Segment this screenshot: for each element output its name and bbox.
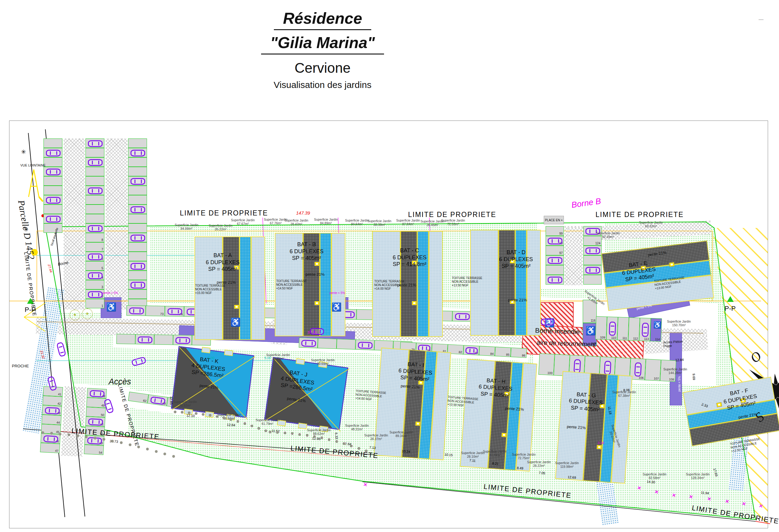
- parking-stall: [44, 214, 62, 223]
- title-residence: Résidence: [274, 9, 371, 30]
- stall-number: 82: [459, 350, 462, 354]
- parking-stall: 85: [495, 347, 511, 357]
- garden-label-text: Superficie Jardin: [639, 221, 663, 224]
- title-cervione: Cervione: [295, 60, 351, 76]
- garden-label-text: Superficie Jardin: [368, 219, 391, 223]
- garden-label-text: Superficie Jardin: [667, 319, 691, 323]
- building-units: 6 DUPLEXES: [499, 256, 533, 263]
- stall-number: 124: [595, 242, 600, 245]
- parking-stall: 54: [84, 445, 104, 455]
- dimension-label: 8.49: [517, 466, 523, 470]
- parking-stall: [128, 148, 147, 157]
- garden-surface-label: Superficie Jardin28.38m²: [368, 219, 391, 226]
- rooflight: [669, 262, 675, 267]
- stall-number: 97: [559, 251, 563, 255]
- parking-block: 41424344454647: [40, 386, 63, 453]
- parking-stall: [128, 167, 147, 176]
- roof-terr: [429, 231, 443, 337]
- parking-stall: 109: [595, 316, 607, 340]
- parking-stall: [128, 176, 147, 186]
- plan-label: —: [759, 17, 764, 22]
- building-name: BAT - C: [393, 247, 426, 254]
- car-icon: [88, 253, 103, 260]
- garden-area-value: 128.34m²: [686, 476, 710, 480]
- parking-stall: [583, 265, 602, 275]
- garden-label-text: Superficie Jardin: [173, 400, 197, 404]
- stall-number: 84: [490, 352, 494, 356]
- path-dot: [172, 455, 175, 458]
- parking-stall: 113: [639, 318, 651, 341]
- garden-label-text: Superficie Jardin: [209, 224, 233, 227]
- garden-label-text: Superficie Jardin: [345, 219, 369, 222]
- car-icon: [46, 169, 61, 175]
- parking-block: 48495051525354: [84, 388, 107, 455]
- garden-surface-label: Superficie Jardin67.76m²: [264, 218, 288, 225]
- rooflight: [314, 262, 319, 266]
- garden-surface-label: Superficie Jardin144.28m²: [663, 367, 687, 375]
- parking-stall: [583, 275, 602, 285]
- parking-stall: [337, 339, 356, 349]
- car-icon: [548, 257, 562, 264]
- parking-stall: 110: [606, 316, 618, 340]
- garden-area-value: 150.70m²: [667, 323, 691, 327]
- garden-area-value: 48.31m²: [345, 427, 369, 431]
- car-icon: [46, 216, 61, 223]
- parking-stall: [44, 223, 62, 233]
- dimension-label: 147.39: [296, 210, 310, 216]
- car-icon: [465, 347, 478, 354]
- parking-stall: 49: [86, 398, 107, 408]
- parking-stall: [128, 289, 147, 299]
- roof-terrace-label: TOITURE TERRASSE NON ACCESSIBLE +15.00 N…: [195, 284, 226, 295]
- path-dot: [284, 431, 286, 434]
- rooflight: [234, 305, 239, 309]
- path-dot: [257, 427, 260, 430]
- parking-stall: [44, 186, 62, 195]
- building-d: BAT - D6 DUPLEXESSP = 405m²pente 21%TOIT…: [470, 230, 541, 336]
- roof-dark: [498, 230, 516, 336]
- car-icon: [586, 247, 600, 254]
- building-label: BAT - A6 DUPLEXESSP = 405m²: [206, 252, 239, 273]
- path-dot: [313, 435, 316, 438]
- garden-label-text: Superficie Jardin: [285, 219, 308, 222]
- garden-area-value: 28.38m²: [368, 223, 391, 226]
- parking-stall: [128, 271, 147, 280]
- path-dot: [298, 433, 301, 436]
- parking-stall: 47: [40, 443, 60, 453]
- parking-stall: [128, 157, 147, 167]
- garden-area-value: 89.34m²: [390, 434, 413, 438]
- garden-label-text: Superficie Jardin: [483, 450, 507, 453]
- car-icon: [642, 322, 649, 337]
- ramp-slope-label: pente < 5%: [678, 376, 681, 392]
- parking-stall: [546, 275, 564, 285]
- car-icon: [137, 336, 152, 343]
- parking-stall: 112: [628, 317, 640, 341]
- garden-label-text: Superficie Jardin: [686, 472, 710, 476]
- garden-area-value: 82.58m²: [643, 476, 666, 480]
- garden-area-value: 144.28m²: [663, 371, 687, 375]
- building-b: BAT - B6 DUPLEXESSP = 405m²pente 21%TOIT…: [275, 233, 345, 336]
- handicap-icon: ♿: [586, 326, 596, 336]
- car-icon: [129, 307, 143, 314]
- garden-area-value: 86.94m²: [217, 417, 241, 420]
- garden-area-value: 76.92m²: [173, 404, 197, 407]
- dimension-label: 12.85: [170, 396, 173, 405]
- garden-surface-label: Superficie Jardin28.10m²: [461, 451, 485, 458]
- garden-area-value: 82.39m²: [596, 235, 620, 239]
- car-icon: [541, 319, 555, 326]
- parking-block: [128, 138, 147, 308]
- parking-stall: [128, 223, 147, 233]
- path-dot: [59, 433, 61, 435]
- garden-surface-label: Superficie Jardin67.67m²: [231, 218, 255, 226]
- garden-label-text: Superficie Jardin: [527, 460, 551, 464]
- roof-cyan: [417, 231, 428, 337]
- parking-stall: 7: [85, 242, 104, 252]
- car-icon: [88, 291, 103, 298]
- garden-surface-label: Superficie Jardin84.84m²: [175, 223, 198, 230]
- garden-surface-label: Superficie Jardin82.39m²: [596, 231, 620, 239]
- building-surface: SP = 405m²: [290, 255, 323, 262]
- path-dot: [41, 431, 44, 434]
- building-c: BAT - C6 DUPLEXESSP = 414.8m²pente 21%TO…: [372, 231, 443, 337]
- parking-stall: 51: [85, 416, 106, 427]
- garden-surface-label: Superficie Jardin88.62m²: [307, 428, 331, 435]
- parking-stall: [85, 204, 104, 214]
